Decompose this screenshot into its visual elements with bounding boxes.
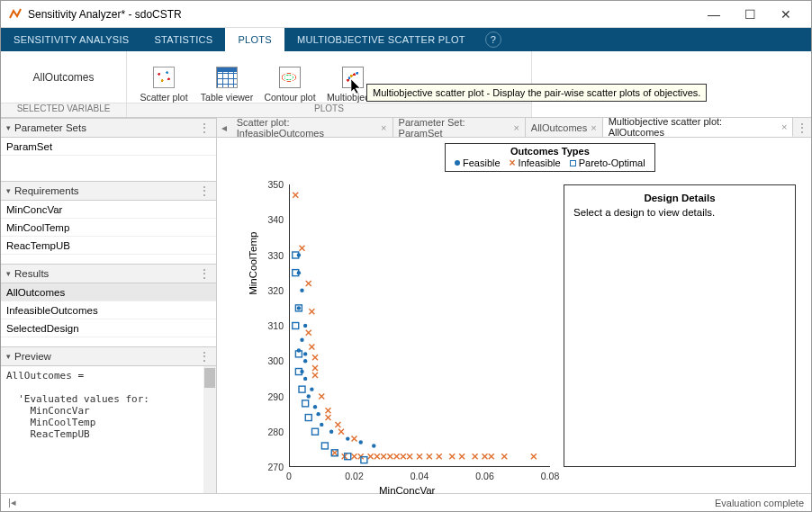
doctab-prev-button[interactable]: ◂ [217,118,231,137]
svg-point-12 [310,387,313,391]
y-tick: 320 [262,285,284,296]
x-tick: 0.08 [541,471,559,481]
svg-point-20 [372,444,375,447]
y-tick: 270 [262,462,284,472]
table-viewer-button[interactable]: Table viewer [195,52,258,103]
ribbon-tabstrip: SENSITIVITY ANALYSIS STATISTICS PLOTS MU… [1,28,811,51]
tab-multiobjective-scatter-plot[interactable]: MULTIOBJECTIVE SCATTER PLOT [284,28,478,51]
svg-point-8 [303,352,307,355]
svg-point-11 [303,377,307,381]
requirement-item[interactable]: ReacTempUB [1,237,216,255]
requirement-item[interactable]: MinConcVar [1,201,216,219]
svg-rect-101 [305,415,311,421]
x-tick: 0.02 [345,471,363,481]
table-viewer-label: Table viewer [201,92,253,103]
maximize-button[interactable]: ☐ [732,2,768,27]
chart-points[interactable] [289,184,550,467]
svg-point-5 [303,324,307,328]
results-header[interactable]: ▾Results⋮ [1,264,216,283]
doctab-alloutcomes[interactable]: AllOutcomes× [526,118,603,137]
result-item[interactable]: InfeasibleOutcomes [1,301,216,319]
results-menu-icon[interactable]: ⋮ [199,267,211,280]
doctab-multiobj-alloutcomes[interactable]: Multiobjective scatter plot: AllOutcomes… [603,118,794,137]
right-pane: ◂ Scatter plot: InfeasibleOutcomes× Para… [217,118,811,493]
doctab-scatter-infeasible[interactable]: Scatter plot: InfeasibleOutcomes× [231,118,393,137]
status-text: Evaluation complete [715,498,804,508]
scatter-plot-label: Scatter plot [140,92,187,103]
preview-header[interactable]: ▾Preview⋮ [1,346,216,366]
doctab-overflow-menu[interactable]: ⋮ [793,118,811,137]
title-bar: Sensitivity Analyzer* - sdoCSTR — ☐ ✕ [1,1,811,28]
scatter-plot-icon [153,67,175,88]
help-button[interactable]: ? [485,31,501,48]
svg-point-13 [307,394,311,398]
tab-plots[interactable]: PLOTS [225,28,284,51]
close-icon[interactable]: × [381,122,386,133]
y-tick: 280 [262,427,284,437]
svg-point-18 [346,436,349,440]
svg-rect-99 [299,386,305,392]
preview-scroll-thumb[interactable] [204,368,215,388]
y-tick: 350 [262,179,284,190]
contour-plot-label: Contour plot [264,92,315,103]
tab-statistics[interactable]: STATISTICS [141,28,225,51]
requirement-item[interactable]: MinCoolTemp [1,219,216,237]
svg-rect-102 [312,428,319,435]
plot-area: Outcomes Types Feasible ×Infeasible Pare… [217,138,811,493]
scatter-plot-button[interactable]: Scatter plot [132,52,195,103]
pareto-marker-icon [570,160,576,166]
svg-point-9 [303,359,307,363]
svg-point-14 [313,405,317,409]
doctab-paramset[interactable]: Parameter Set: ParamSet× [393,118,526,137]
tab-sensitivity-analysis[interactable]: SENSITIVITY ANALYSIS [1,28,141,51]
x-tick: 0.06 [475,471,493,481]
y-tick: 310 [262,320,284,331]
svg-rect-105 [345,454,351,460]
preview-scrollbar[interactable] [203,366,216,493]
parameter-sets-menu-icon[interactable]: ⋮ [199,121,211,134]
preview-menu-icon[interactable]: ⋮ [199,350,211,363]
minimize-button[interactable]: — [696,2,732,27]
close-button[interactable]: ✕ [768,2,804,27]
table-viewer-icon [216,67,238,88]
result-item[interactable]: SelectedDesign [1,319,216,337]
legend-title: Outcomes Types [455,146,645,157]
infeasible-marker-icon: × [510,157,516,169]
svg-rect-100 [302,400,309,407]
status-bar: |◂ Evaluation complete [1,493,811,511]
document-tabs: ◂ Scatter plot: InfeasibleOutcomes× Para… [217,118,811,138]
close-icon[interactable]: × [591,122,596,133]
close-icon[interactable]: × [513,122,519,133]
app-logo-icon [8,7,23,22]
legend: Outcomes Types Feasible ×Infeasible Pare… [445,143,655,172]
svg-rect-96 [293,323,299,329]
multiobjective-scatter-icon [342,67,364,88]
y-tick: 340 [262,214,284,225]
close-icon[interactable]: × [781,121,787,132]
svg-rect-103 [321,443,328,449]
contour-plot-icon [279,67,301,88]
tooltip: Multiobjective scatter plot - Display th… [366,84,707,102]
parameter-set-item[interactable]: ParamSet [1,138,216,156]
requirements-header[interactable]: ▾Requirements⋮ [1,181,216,201]
svg-point-4 [297,306,301,310]
x-axis-label: MinConcVar [379,485,435,496]
svg-point-19 [359,440,363,444]
svg-point-15 [316,412,320,416]
requirements-menu-icon[interactable]: ⋮ [199,184,211,197]
y-tick: 300 [262,355,284,366]
contour-plot-button[interactable]: Contour plot [258,52,321,103]
x-tick: 0.04 [411,471,429,481]
x-tick: 0 [286,471,292,481]
y-axis-label: MinCoolTemp [248,232,258,295]
selected-variable-display: AllOutcomes [1,51,126,103]
preview-body: AllOutcomes = 'Evaluated values for: Min… [1,366,216,493]
selected-variable-section-label: SELECTED VARIABLE [1,103,126,117]
window-title: Sensitivity Analyzer* - sdoCSTR [28,8,696,21]
svg-point-16 [320,423,323,427]
status-left-handle[interactable]: |◂ [8,497,16,508]
result-item[interactable]: AllOutcomes [1,283,216,301]
design-details-panel: Design Details Select a design to view d… [564,184,796,467]
parameter-sets-header[interactable]: ▾Parameter Sets⋮ [1,118,216,138]
design-details-text: Select a design to view details. [573,207,786,218]
